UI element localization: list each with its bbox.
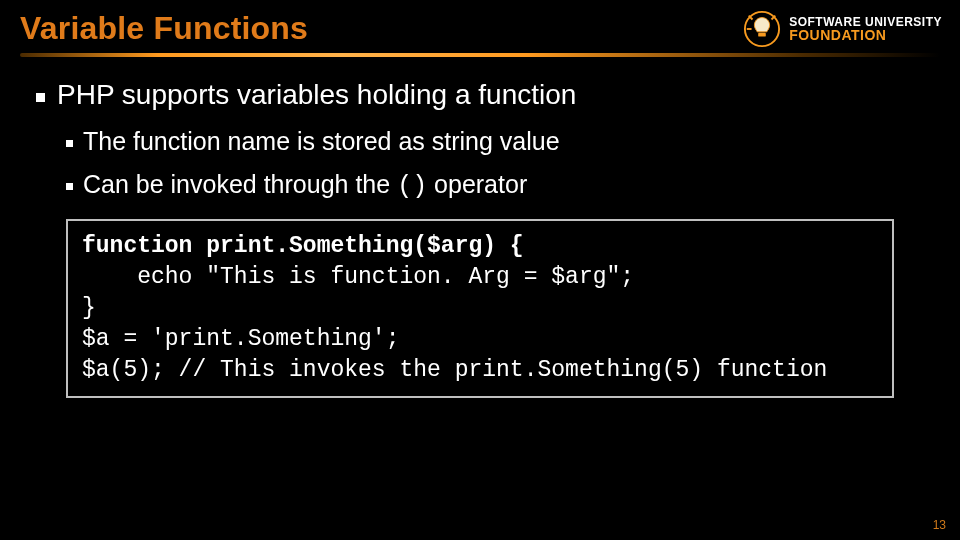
- inline-code: (): [397, 172, 427, 201]
- slide-title: Variable Functions: [20, 10, 940, 47]
- bullet-text-post: operator: [427, 170, 527, 198]
- bullet-level1: PHP supports variables holding a functio…: [36, 79, 924, 111]
- code-line: echo "This is function. Arg = $arg";: [82, 264, 634, 290]
- bullet-text: The function name is stored as string va…: [83, 127, 560, 156]
- code-block: function print.Something($arg) { echo "T…: [66, 219, 894, 398]
- page-number: 13: [933, 518, 946, 532]
- bullet-square-icon: [66, 183, 73, 190]
- slide: SOFTWARE UNIVERSITY FOUNDATION Variable …: [0, 0, 960, 540]
- code-line: $a(5); // This invokes the print.Somethi…: [82, 357, 827, 383]
- bullet-text-pre: Can be invoked through the: [83, 170, 397, 198]
- code-line: }: [82, 295, 96, 321]
- code-line: function print.Something($arg) {: [82, 233, 524, 259]
- bullet-square-icon: [66, 140, 73, 147]
- slide-content: PHP supports variables holding a functio…: [0, 61, 960, 398]
- bullet-square-icon: [36, 93, 45, 102]
- bullet-level2: Can be invoked through the () operator: [66, 170, 924, 201]
- bullet-level2: The function name is stored as string va…: [66, 127, 924, 156]
- title-row: Variable Functions: [0, 0, 960, 61]
- bullet-text: PHP supports variables holding a functio…: [57, 79, 576, 111]
- code-line: $a = 'print.Something';: [82, 326, 399, 352]
- title-underline: [20, 53, 940, 57]
- bullet-text: Can be invoked through the () operator: [83, 170, 527, 201]
